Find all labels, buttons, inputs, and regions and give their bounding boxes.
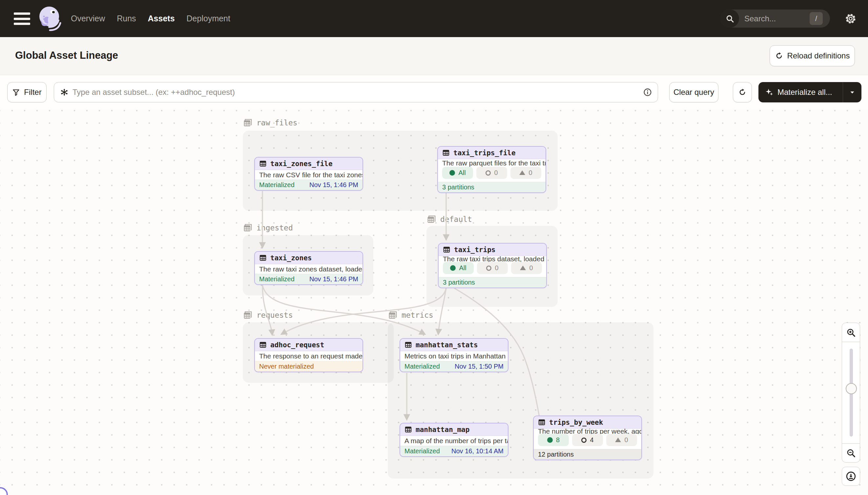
materialize-all-main[interactable]: Materialize all... xyxy=(758,88,843,97)
lineage-toolbar: Filter Clear query Materialize all... xyxy=(0,75,868,109)
partitions-count: 3 partitions xyxy=(442,184,474,191)
materialize-all-label: Materialize all... xyxy=(777,88,832,97)
nav-item-assets[interactable]: Assets xyxy=(148,14,175,23)
zoom-slider-thumb[interactable] xyxy=(846,383,857,394)
asset-name: manhattan_stats xyxy=(415,341,478,349)
asset-status-bar: 3 partitions xyxy=(439,277,546,288)
sparkle-icon xyxy=(765,88,774,97)
asset-node-manhattan-map[interactable]: manhattan_map A map of the number of tri… xyxy=(400,423,509,457)
materialize-all-button[interactable]: Materialize all... xyxy=(758,82,862,102)
search-placeholder: Search... xyxy=(744,14,776,23)
funnel-icon xyxy=(12,88,20,96)
asset-node-adhoc-request[interactable]: adhoc_request The response to an request… xyxy=(254,338,363,372)
asset-query-input[interactable] xyxy=(72,88,639,97)
download-icon xyxy=(846,471,856,481)
info-icon[interactable] xyxy=(643,88,652,97)
materialization-timestamp[interactable]: Nov 15, 1:46 PM xyxy=(309,275,358,283)
failed-pill[interactable]: 0 xyxy=(606,434,637,446)
search-shortcut-badge: / xyxy=(810,12,823,25)
asset-name: taxi_trips xyxy=(454,246,495,254)
materialized-dot-icon xyxy=(450,265,456,271)
clear-query-button[interactable]: Clear query xyxy=(669,82,719,102)
asset-description: The number of trips per week, aggreg... xyxy=(534,429,641,434)
download-image-button[interactable] xyxy=(842,467,860,486)
nav-item-deployment[interactable]: Deployment xyxy=(187,14,230,23)
chevron-down-icon xyxy=(849,89,856,96)
asset-status-bar: Materialized Nov 15, 1:46 PM xyxy=(255,274,362,284)
asset-description: A map of the number of trips per taxi z.… xyxy=(400,436,508,446)
nav-item-overview[interactable]: Overview xyxy=(71,14,105,23)
status-label: Materialized xyxy=(405,363,440,370)
materialized-dot-icon xyxy=(449,170,455,176)
filter-label: Filter xyxy=(24,88,41,97)
search-input[interactable]: Search... / xyxy=(721,10,830,28)
asset-description: The raw taxi zones dataset, loaded int..… xyxy=(255,264,362,274)
partition-health-pills: All 0 0 xyxy=(438,167,546,182)
status-label: Materialized xyxy=(259,181,295,189)
asset-name: adhoc_request xyxy=(270,341,324,349)
materialization-timestamp[interactable]: Nov 15, 1:46 PM xyxy=(309,181,358,189)
asset-name: trips_by_week xyxy=(549,419,603,426)
table-icon xyxy=(259,160,267,167)
partition-health-pills: All 0 0 xyxy=(439,262,546,277)
missing-pill[interactable]: 0 xyxy=(477,262,508,274)
top-nav: Overview Runs Assets Deployment Search..… xyxy=(0,0,868,37)
clear-query-label: Clear query xyxy=(673,88,714,97)
table-icon xyxy=(538,419,546,426)
asset-name: manhattan_map xyxy=(415,426,470,433)
status-label: Materialized xyxy=(259,275,295,283)
asset-description: The raw CSV file for the taxi zones dat.… xyxy=(255,170,362,180)
search-icon xyxy=(721,10,739,28)
materialize-dropdown-toggle[interactable] xyxy=(843,89,862,96)
table-icon xyxy=(443,246,450,253)
status-label: Materialized xyxy=(405,447,440,455)
table-icon xyxy=(405,426,412,433)
reload-definitions-button[interactable]: Reload definitions xyxy=(769,45,855,66)
missing-ring-icon xyxy=(485,170,491,176)
failed-pill[interactable]: 0 xyxy=(510,167,541,179)
zoom-slider xyxy=(842,342,860,443)
asset-node-taxi-trips[interactable]: taxi_trips The raw taxi trips dataset, l… xyxy=(438,243,547,288)
missing-pill[interactable]: 4 xyxy=(572,434,603,446)
status-label: Never materialized xyxy=(259,363,314,370)
refresh-icon xyxy=(775,52,783,60)
refresh-icon xyxy=(738,88,747,97)
materialized-pill[interactable]: 8 xyxy=(538,434,569,446)
asset-node-taxi-zones[interactable]: taxi_zones The raw taxi zones dataset, l… xyxy=(254,251,363,285)
table-icon xyxy=(259,254,267,262)
zoom-in-button[interactable] xyxy=(842,323,860,342)
asset-description: Metrics on taxi trips in Manhattan xyxy=(400,351,508,361)
missing-ring-icon xyxy=(581,438,587,443)
asset-node-manhattan-stats[interactable]: manhattan_stats Metrics on taxi trips in… xyxy=(400,338,509,372)
gear-icon[interactable] xyxy=(845,13,856,24)
zoom-out-icon xyxy=(846,448,856,458)
missing-ring-icon xyxy=(486,266,491,271)
asset-name: taxi_zones xyxy=(270,254,312,262)
materialization-timestamp[interactable]: Nov 16, 10:14 AM xyxy=(451,447,503,455)
partitions-count: 3 partitions xyxy=(443,279,475,286)
partitions-count: 12 partitions xyxy=(538,451,574,458)
nav-item-runs[interactable]: Runs xyxy=(117,14,136,23)
asset-status-bar: 12 partitions xyxy=(534,449,641,460)
filter-button[interactable]: Filter xyxy=(7,82,47,102)
asset-node-taxi-zones-file[interactable]: taxi_zones_file The raw CSV file for the… xyxy=(254,157,363,191)
failed-triangle-icon xyxy=(519,170,525,175)
asset-name: taxi_zones_file xyxy=(270,160,333,168)
asset-selector-icon xyxy=(60,88,69,97)
menu-icon[interactable] xyxy=(14,13,30,25)
materialized-pill[interactable]: All xyxy=(443,262,474,274)
asset-node-taxi-trips-file[interactable]: taxi_trips_file The raw parquet files fo… xyxy=(437,146,546,193)
refresh-graph-button[interactable] xyxy=(733,82,752,102)
asset-status-bar: 3 partitions xyxy=(438,182,546,192)
zoom-out-button[interactable] xyxy=(842,443,860,462)
page-title: Global Asset Lineage xyxy=(15,50,118,62)
asset-node-trips-by-week[interactable]: trips_by_week The number of trips per we… xyxy=(533,415,642,460)
asset-query-field xyxy=(54,82,658,102)
failed-pill[interactable]: 0 xyxy=(511,262,542,274)
materialized-pill[interactable]: All xyxy=(442,167,473,179)
nav-links: Overview Runs Assets Deployment xyxy=(71,0,230,37)
missing-pill[interactable]: 0 xyxy=(476,167,507,179)
lineage-canvas[interactable]: raw_files ingested default requests metr… xyxy=(0,109,868,495)
materialization-timestamp[interactable]: Nov 15, 1:50 PM xyxy=(455,363,503,370)
dagster-logo-icon[interactable] xyxy=(34,3,66,34)
